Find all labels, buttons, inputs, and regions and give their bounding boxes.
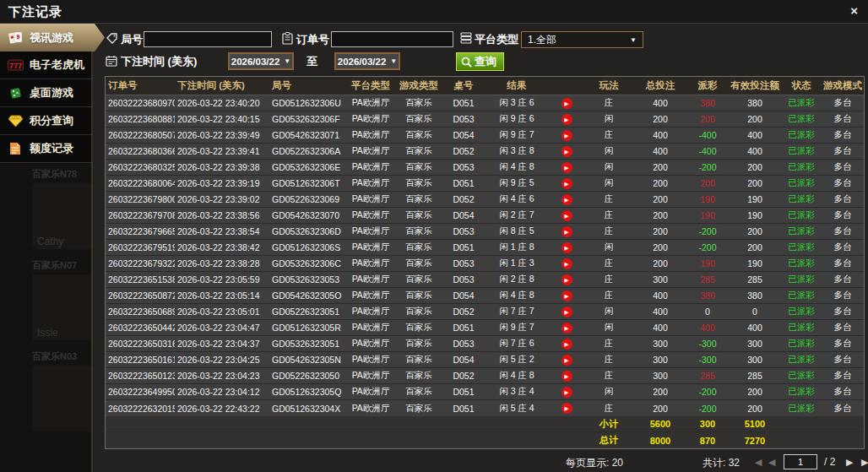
sidebar: 9 视讯游戏 777 电子老虎机 桌面游戏 积分查询 额度记录: [0, 24, 93, 163]
dice-icon: [7, 84, 24, 101]
replay-video-button[interactable]: ▶: [561, 210, 572, 221]
cell-platform: PA欧洲厅: [347, 193, 394, 205]
replay-video-button[interactable]: ▶: [561, 162, 572, 173]
cell-order-number: 260322236508724: [106, 290, 175, 301]
tag-icon: [106, 33, 118, 45]
replay-video-button[interactable]: ▶: [561, 387, 572, 398]
cell-game-mode: 多台: [822, 386, 864, 398]
svg-text:777: 777: [8, 62, 21, 70]
replay-video-button[interactable]: ▶: [561, 371, 572, 382]
cell-status: 已派彩: [781, 193, 822, 205]
replay-video-button[interactable]: ▶: [561, 323, 572, 334]
prev-page-icon[interactable]: ◀: [768, 457, 775, 468]
table-row: 2603222368006492026-03-22 23:39:19GD0512…: [106, 176, 864, 192]
cell-bet-time: 2026-03-22 23:04:12: [175, 387, 269, 397]
cell-play-type: 庄: [583, 225, 634, 237]
replay-video-button[interactable]: ▶: [561, 114, 572, 125]
round-number-label: 局号: [121, 32, 143, 47]
close-icon[interactable]: ×: [850, 4, 858, 18]
cell-status: 已派彩: [781, 209, 822, 221]
slot-777-icon: 777: [7, 57, 24, 73]
replay-video-button[interactable]: ▶: [561, 98, 572, 109]
sidebar-item-live-video-games[interactable]: 9 视讯游戏: [0, 24, 105, 52]
replay-video-button[interactable]: ▶: [561, 403, 572, 414]
replay-video-button[interactable]: ▶: [561, 178, 572, 189]
cell-replay: ▶: [550, 370, 583, 382]
bet-time-label: 下注时间 (美东): [121, 54, 197, 69]
sidebar-item-slot-machines[interactable]: 777 电子老虎机: [0, 52, 93, 79]
cell-total-bet: 400: [634, 323, 686, 333]
gem-icon: [7, 112, 24, 129]
cell-valid-bet: 300: [729, 355, 781, 365]
date-from-picker[interactable]: 2026/03/22 ▼: [228, 52, 294, 70]
sidebar-item-points-inquiry[interactable]: 积分查询: [0, 107, 93, 135]
cell-round-number: GD0532632306F: [269, 114, 347, 124]
date-to-picker[interactable]: 2026/03/22 ▼: [334, 52, 400, 70]
cell-payout: -300: [686, 339, 729, 349]
cell-total-bet: 200: [634, 404, 686, 414]
cell-result: 闲 4 庄 8: [484, 290, 550, 301]
column-header: 下注时间 (美东): [175, 79, 269, 92]
first-page-icon[interactable]: ◀: [755, 457, 762, 468]
replay-video-button[interactable]: ▶: [561, 242, 572, 253]
platform-type-value: 1.全部: [528, 33, 556, 47]
cell-game-type: 百家乐: [394, 386, 443, 398]
replay-video-button[interactable]: ▶: [561, 130, 572, 141]
cell-table-number: D051: [443, 178, 484, 188]
replay-video-button[interactable]: ▶: [561, 146, 572, 157]
cell-game-type: 百家乐: [394, 354, 443, 366]
cell-table-number: D053: [443, 339, 484, 349]
cell-play-type: 庄: [583, 338, 634, 350]
cell-order-number: 260322236499509: [106, 387, 175, 397]
cell-round-number: GD05426323070: [269, 210, 347, 220]
replay-video-button[interactable]: ▶: [561, 290, 572, 301]
next-page-icon[interactable]: ▶: [846, 457, 853, 468]
replay-video-button[interactable]: ▶: [561, 258, 572, 269]
replay-video-button[interactable]: ▶: [561, 226, 572, 237]
column-header: 结果: [484, 79, 550, 92]
cell-play-type: 庄: [583, 403, 634, 415]
cell-platform: PA欧洲厅: [347, 241, 394, 253]
grand-total-row-value: 870: [686, 436, 729, 446]
replay-video-button[interactable]: ▶: [561, 274, 572, 285]
sidebar-item-table-games[interactable]: 桌面游戏: [0, 79, 93, 107]
cell-result: 闲 3 庄 6: [484, 97, 550, 109]
replay-video-button[interactable]: ▶: [561, 355, 572, 366]
cell-bet-time: 2026-03-22 23:39:49: [175, 130, 269, 140]
cell-payout: -200: [686, 387, 729, 397]
sidebar-item-credit-records[interactable]: 额度记录: [0, 135, 93, 163]
cell-valid-bet: 200: [729, 242, 781, 252]
column-header: 桌号: [443, 79, 484, 92]
cell-result: 闲 1 庄 8: [484, 241, 550, 253]
cell-game-type: 百家乐: [394, 193, 443, 205]
page-number-input[interactable]: [784, 454, 817, 469]
platform-type-select[interactable]: 1.全部 ▼: [521, 31, 643, 48]
cell-game-type: 百家乐: [394, 338, 443, 350]
replay-video-button[interactable]: ▶: [561, 307, 572, 317]
cell-payout: -200: [686, 404, 729, 414]
cell-play-type: 庄: [583, 209, 634, 221]
cell-game-type: 百家乐: [394, 370, 443, 382]
last-page-icon[interactable]: ▶: [861, 457, 868, 468]
table-row: 2603222367951952026-03-22 23:38:42GD0512…: [106, 240, 864, 256]
cell-game-mode: 多台: [822, 161, 864, 173]
cell-game-mode: 多台: [822, 258, 864, 269]
cell-game-type: 百家乐: [394, 225, 443, 237]
replay-video-button[interactable]: ▶: [561, 194, 572, 205]
cell-game-type: 百家乐: [394, 113, 443, 125]
cell-order-number: 260322236803251: [106, 162, 175, 172]
table-row: 2603222367980032026-03-22 23:39:02GD0522…: [106, 192, 864, 208]
sidebar-item-label: 桌面游戏: [30, 85, 73, 100]
cell-game-mode: 多台: [822, 97, 864, 109]
table-row: 2603222364995092026-03-22 23:04:12GD0512…: [106, 384, 864, 400]
cell-order-number: 260322236515387: [106, 274, 175, 285]
round-number-input[interactable]: [144, 31, 272, 47]
query-button[interactable]: 查询: [456, 52, 504, 71]
replay-video-button[interactable]: ▶: [561, 339, 572, 350]
cell-replay: ▶: [550, 193, 583, 205]
cell-platform: PA欧洲厅: [347, 403, 394, 415]
cell-game-mode: 多台: [822, 145, 864, 157]
cell-game-mode: 多台: [822, 290, 864, 301]
cell-valid-bet: 190: [729, 258, 781, 269]
order-number-input[interactable]: [331, 31, 453, 47]
